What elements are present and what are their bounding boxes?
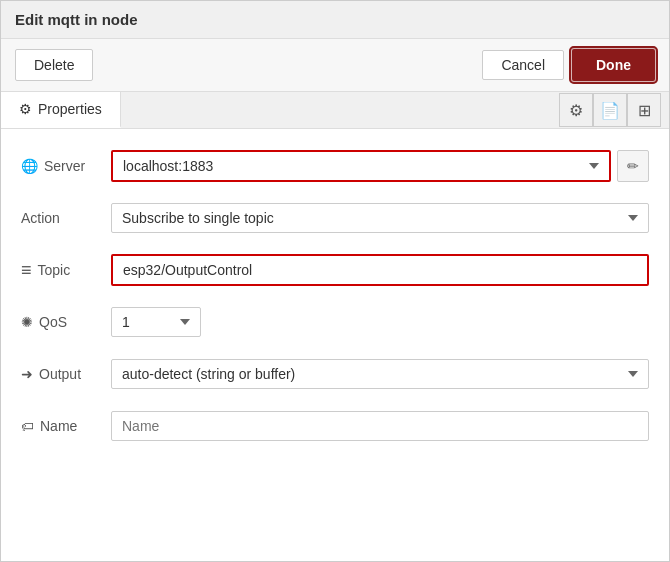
- action-control-group: Subscribe to single topic Subscribe to d…: [111, 203, 649, 233]
- output-row: Output auto-detect (string or buffer) a …: [21, 357, 649, 391]
- topic-row: Topic: [21, 253, 649, 287]
- name-label: Name: [21, 418, 111, 434]
- dialog-buttons-row: Delete Cancel Done: [1, 39, 669, 92]
- qos-label-text: QoS: [39, 314, 67, 330]
- right-buttons: Cancel Done: [482, 49, 655, 81]
- server-select[interactable]: localhost:1883: [111, 150, 611, 182]
- server-edit-button[interactable]: ✏: [617, 150, 649, 182]
- settings-icon: ⚙: [569, 101, 583, 120]
- output-label-text: Output: [39, 366, 81, 382]
- output-select[interactable]: auto-detect (string or buffer) a Buffer …: [111, 359, 649, 389]
- lines-icon: [21, 260, 32, 281]
- done-button[interactable]: Done: [572, 49, 655, 81]
- qos-label: QoS: [21, 314, 111, 330]
- action-select[interactable]: Subscribe to single topic Subscribe to d…: [111, 203, 649, 233]
- tag-icon: [21, 418, 34, 434]
- tabs-row: ⚙ Properties ⚙ 📄 ⊞: [1, 92, 669, 129]
- server-control-group: localhost:1883 ✏: [111, 150, 649, 182]
- doc-icon: 📄: [600, 101, 620, 120]
- name-label-text: Name: [40, 418, 77, 434]
- tab-properties[interactable]: ⚙ Properties: [1, 92, 121, 128]
- topic-label: Topic: [21, 260, 111, 281]
- name-control-group: [111, 411, 649, 441]
- globe-icon: [21, 158, 38, 174]
- dialog-title: Edit mqtt in node: [1, 1, 669, 39]
- action-row: Action Subscribe to single topic Subscri…: [21, 201, 649, 235]
- output-icon: [21, 366, 33, 382]
- tab-grid-icon-btn[interactable]: ⊞: [627, 93, 661, 127]
- name-row: Name: [21, 409, 649, 443]
- server-label: Server: [21, 158, 111, 174]
- server-row: Server localhost:1883 ✏: [21, 149, 649, 183]
- edit-mqtt-dialog: Edit mqtt in node Delete Cancel Done ⚙ P…: [0, 0, 670, 562]
- grid-icon: ⊞: [638, 101, 651, 120]
- topic-label-text: Topic: [38, 262, 71, 278]
- form-body: Server localhost:1883 ✏ Action Subscribe…: [1, 129, 669, 481]
- tab-properties-gear-icon: ⚙: [19, 101, 32, 117]
- output-control-group: auto-detect (string or buffer) a Buffer …: [111, 359, 649, 389]
- output-label: Output: [21, 366, 111, 382]
- tab-settings-icon-btn[interactable]: ⚙: [559, 93, 593, 127]
- pencil-icon: ✏: [627, 158, 639, 174]
- cancel-button[interactable]: Cancel: [482, 50, 564, 80]
- topic-control-group: [111, 254, 649, 286]
- tab-doc-icon-btn[interactable]: 📄: [593, 93, 627, 127]
- delete-button[interactable]: Delete: [15, 49, 93, 81]
- qos-control-group: 0 1 2: [111, 307, 649, 337]
- qos-icon: [21, 314, 33, 330]
- tab-icon-buttons: ⚙ 📄 ⊞: [559, 93, 669, 127]
- action-label-text: Action: [21, 210, 60, 226]
- server-label-text: Server: [44, 158, 85, 174]
- topic-input[interactable]: [111, 254, 649, 286]
- qos-row: QoS 0 1 2: [21, 305, 649, 339]
- action-label: Action: [21, 210, 111, 226]
- name-input[interactable]: [111, 411, 649, 441]
- qos-select[interactable]: 0 1 2: [111, 307, 201, 337]
- tab-properties-label: Properties: [38, 101, 102, 117]
